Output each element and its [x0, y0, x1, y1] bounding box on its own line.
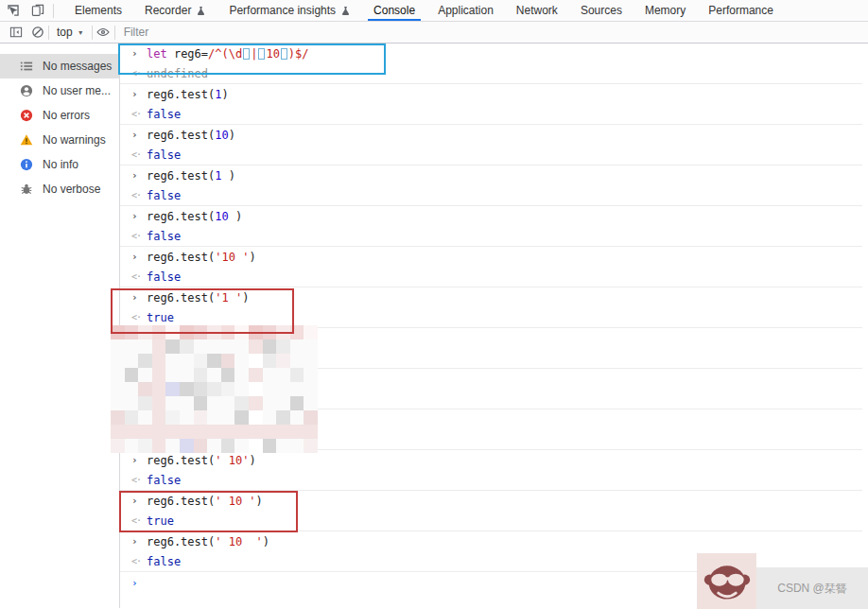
devtools-body: No messagesNo user me...No errorsNo warn… [0, 44, 868, 608]
verbose-icon [20, 183, 33, 196]
tab-elements[interactable]: Elements [63, 0, 133, 21]
filter-input[interactable] [115, 22, 868, 43]
code-token: ) [221, 169, 234, 183]
flask-experiment-icon [196, 6, 206, 16]
result-arrow-icon: <· [131, 312, 147, 322]
code-text: reg6.test(' 10 ') [147, 535, 269, 548]
code-token: reg6.test( [147, 454, 215, 467]
code-token: false [147, 555, 181, 568]
missing-glyph-box [258, 48, 265, 60]
code-token: false [147, 108, 181, 121]
console-message-group: ›reg6.test(1)<·false [120, 84, 862, 125]
tab-label: Console [373, 4, 415, 17]
console-result-row: <·true [120, 511, 862, 531]
censored-region [120, 328, 862, 450]
code-token: ) [263, 535, 269, 548]
prompt-chevron-icon: › [131, 577, 147, 589]
live-expression-eye-icon[interactable] [95, 25, 112, 41]
console-message-group: ›reg6.test(' 10 ')<·true [120, 491, 862, 531]
result-arrow-icon: <· [131, 190, 147, 200]
devtools-window: ElementsRecorderPerformance insightsCons… [0, 0, 868, 609]
tab-performance[interactable]: Performance [697, 0, 785, 21]
code-token: true [147, 311, 174, 324]
code-token: ' 10 ' [215, 535, 263, 548]
console-input-row: ›reg6.test(1) [120, 84, 862, 104]
tab-label: Application [438, 4, 494, 17]
tab-label: Sources [581, 4, 622, 17]
watermark: CSDN @栞簪 [756, 567, 868, 609]
console-input-row: ›reg6.test(' 10 ') [120, 491, 862, 511]
divider [53, 4, 54, 18]
code-token: reg6.test( [147, 129, 215, 142]
code-text: reg6.test(' 10 ') [147, 495, 263, 508]
tab-memory[interactable]: Memory [634, 0, 697, 21]
input-chevron-icon: › [131, 210, 147, 222]
error-icon [20, 109, 33, 122]
javascript-context-selector[interactable]: top ▼ [49, 26, 92, 39]
code-text: reg6.test(' 10') [147, 454, 256, 467]
console-message-group: ›reg6.test('1 ')<·true [120, 287, 862, 328]
tab-sources[interactable]: Sources [569, 0, 634, 21]
code-token: 10 [266, 47, 279, 61]
sidebar-item-no-messages[interactable]: No messages [0, 54, 119, 78]
code-token: false [147, 230, 181, 243]
tab-recorder[interactable]: Recorder [133, 0, 217, 21]
code-text: reg6.test('10 ') [147, 251, 256, 264]
code-token: '1 ' [215, 291, 242, 304]
sidebar-item-no-verbose[interactable]: No verbose [0, 177, 119, 201]
code-text: let reg6=/^(\d|10)$/ [147, 47, 309, 61]
console-message-group: ›reg6.test(1 )<·false [120, 165, 862, 206]
sidebar-item-no-user-me[interactable]: No user me... [0, 78, 119, 103]
console-result-row: <·false [120, 185, 862, 205]
tab-label: Performance [708, 4, 773, 17]
console-result-row: <·false [120, 104, 862, 124]
sidebar-item-no-info[interactable]: No info [0, 152, 119, 177]
chevron-down-icon: ▼ [78, 29, 84, 36]
result-arrow-icon: <· [131, 68, 147, 78]
input-chevron-icon: › [131, 495, 147, 507]
sidebar-item-no-errors[interactable]: No errors [0, 103, 119, 128]
clear-console-icon[interactable] [29, 25, 45, 41]
result-arrow-icon: <· [131, 109, 147, 119]
code-text: false [147, 555, 181, 568]
console-sidebar-toggle-icon[interactable] [8, 25, 24, 41]
tab-performance-insights[interactable]: Performance insights [217, 0, 362, 21]
console-input-row: ›let reg6=/^(\d|10)$/ [120, 44, 862, 63]
console-input-row: ›reg6.test('1 ') [120, 287, 862, 307]
console-message-group: ›let reg6=/^(\d|10)$/<·undefined [120, 44, 862, 84]
code-text: false [147, 148, 181, 162]
console-result-row: <·false [120, 267, 862, 287]
user-icon [20, 84, 33, 97]
code-token: ' 10' [215, 454, 249, 467]
input-chevron-icon: › [131, 169, 147, 182]
list-icon [20, 60, 33, 73]
code-token: ) [242, 291, 249, 304]
tab-label: Network [516, 4, 558, 17]
code-text: false [147, 230, 181, 243]
code-token: ) [229, 129, 235, 142]
sidebar-item-no-warnings[interactable]: No warnings [0, 128, 119, 152]
code-token: reg6= [167, 47, 208, 61]
console-result-row: <·undefined [120, 63, 862, 83]
code-token: reg6.test( [147, 169, 215, 183]
console-input-row: ›reg6.test(1 ) [120, 165, 862, 185]
tabbar-icons [0, 0, 53, 21]
divider [92, 26, 93, 40]
code-token: ) [249, 251, 255, 264]
code-token: reg6.test( [147, 291, 215, 304]
tab-console[interactable]: Console [362, 0, 426, 21]
code-token: true [147, 514, 174, 528]
panel-tabs: ElementsRecorderPerformance insightsCons… [63, 0, 785, 21]
code-token: ) [256, 495, 263, 508]
tab-network[interactable]: Network [505, 0, 569, 21]
code-token: false [147, 189, 181, 202]
console-input-row: ›reg6.test(10 ) [120, 206, 862, 226]
sidebar-item-label: No warnings [43, 133, 106, 147]
device-toolbar-icon[interactable] [29, 3, 45, 19]
tab-label: Recorder [145, 4, 191, 17]
tab-application[interactable]: Application [426, 0, 505, 21]
sidebar-item-label: No info [43, 158, 78, 171]
inspect-element-icon[interactable] [5, 3, 21, 19]
console-input-row: ›reg6.test(10) [120, 125, 862, 145]
code-text: reg6.test(1) [147, 88, 229, 101]
